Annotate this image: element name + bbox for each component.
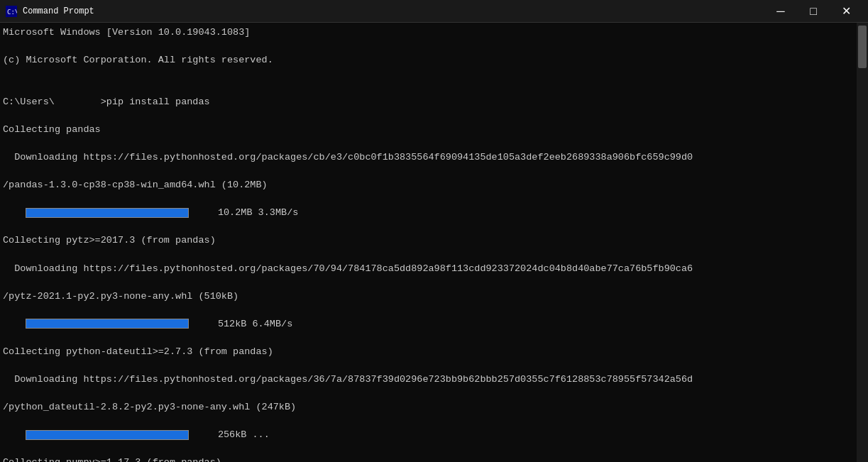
terminal-line: Collecting pytz>=2017.3 (from pandas) — [3, 233, 854, 248]
scrollbar-thumb[interactable] — [858, 26, 867, 68]
cmd-icon: C:\ — [6, 6, 17, 17]
window-controls: ─ □ ✕ — [764, 0, 862, 23]
terminal-line: /pandas-1.3.0-cp38-cp38-win_amd64.whl (1… — [3, 178, 854, 192]
terminal-line: C:\Users\ >pip install pandas — [3, 95, 854, 109]
terminal-line: Microsoft Windows [Version 10.0.19043.10… — [3, 26, 854, 40]
terminal-line: Downloading https://files.pythonhosted.o… — [3, 150, 854, 165]
svg-text:C:\: C:\ — [7, 9, 17, 16]
progress-bar — [26, 430, 189, 440]
terminal-line: 10.2MB 3.3MB/s — [3, 206, 854, 220]
terminal-window: Microsoft Windows [Version 10.0.19043.10… — [0, 23, 868, 462]
terminal-line: Collecting pandas — [3, 123, 854, 137]
terminal-line: /python_dateutil-2.8.2-py2.py3-none-any.… — [3, 400, 854, 414]
terminal-line: 256kB ... — [3, 428, 854, 442]
terminal-line: (c) Microsoft Corporation. All rights re… — [3, 53, 854, 67]
progress-bar — [26, 319, 189, 329]
maximize-button[interactable]: □ — [797, 0, 830, 23]
scrollbar[interactable] — [857, 23, 868, 462]
terminal-line: Collecting python-dateutil>=2.7.3 (from … — [3, 345, 854, 359]
close-button[interactable]: ✕ — [830, 0, 862, 23]
terminal-line: /pytz-2021.1-py2.py3-none-any.whl (510kB… — [3, 290, 854, 304]
terminal-line: Downloading https://files.pythonhosted.o… — [3, 373, 854, 387]
terminal-line: Downloading https://files.pythonhosted.o… — [3, 262, 854, 276]
progress-bar — [26, 208, 189, 218]
window-title: Command Prompt — [23, 6, 94, 16]
terminal-line: 512kB 6.4MB/s — [3, 317, 854, 331]
titlebar: C:\ Command Prompt ─ □ ✕ — [0, 0, 868, 23]
minimize-button[interactable]: ─ — [764, 0, 797, 23]
titlebar-left: C:\ Command Prompt — [6, 6, 94, 17]
terminal-line: Collecting numpy>=1.17.3 (from pandas) — [3, 456, 854, 462]
terminal-output[interactable]: Microsoft Windows [Version 10.0.19043.10… — [0, 23, 857, 462]
